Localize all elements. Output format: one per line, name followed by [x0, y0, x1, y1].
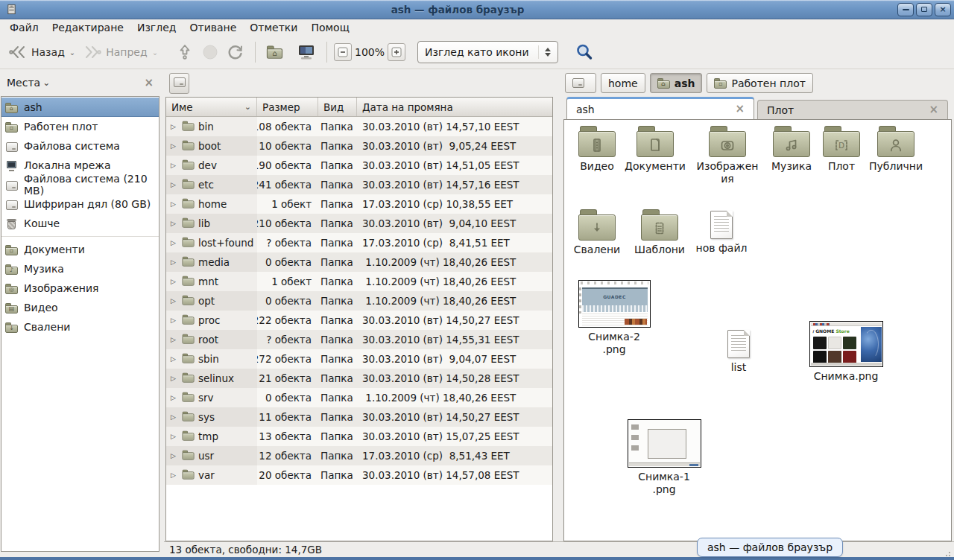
sidebar-item[interactable]: Шифриран дял (80 GB)	[1, 194, 159, 214]
icon-view-item[interactable]: GUADEC Снимка-2.png	[577, 280, 651, 356]
sidebar-item[interactable]: ↓ Свалени	[1, 317, 159, 337]
table-row[interactable]: ▷ lib 210 обекта Папка 30.03.2010 (вт) 9…	[166, 214, 552, 233]
location-button[interactable]	[169, 73, 189, 94]
expander-icon[interactable]: ▷	[168, 394, 178, 401]
search-button[interactable]	[572, 39, 597, 65]
tab[interactable]: ash ×	[566, 97, 754, 119]
chevron-down-icon[interactable]: ⌄	[152, 48, 158, 57]
sidebar-item[interactable]: ⌂ ash	[1, 98, 159, 117]
expander-icon[interactable]: ▷	[168, 162, 178, 169]
table-row[interactable]: ▷ tmp 13 обекта Папка 30.03.2010 (вт) 15…	[166, 427, 552, 446]
chevron-down-icon[interactable]: ⌄	[69, 48, 75, 57]
table-row[interactable]: ▷ mnt 1 обект Папка 1.10.2009 (чт) 18,40…	[166, 272, 552, 291]
home-button[interactable]: ⌂	[262, 43, 287, 61]
expander-icon[interactable]: ▷	[168, 297, 178, 305]
sidebar-item[interactable]: ◎ Изображения	[1, 279, 159, 298]
breadcrumb-button[interactable]	[565, 73, 596, 93]
icon-view-item[interactable]: Свалени	[563, 209, 631, 256]
column-header[interactable]: Име	[166, 98, 257, 116]
table-row[interactable]: ▷ proc 222 обекта Папка 30.03.2010 (вт) …	[166, 311, 552, 330]
sidebar-close-icon[interactable]: ×	[144, 76, 154, 89]
menu-item[interactable]: Отиване	[183, 20, 243, 35]
icon-view-item[interactable]: list	[704, 330, 773, 374]
fol-public-icon	[862, 126, 930, 157]
expander-icon[interactable]: ▷	[168, 142, 178, 150]
expander-icon[interactable]: ▷	[168, 375, 178, 382]
column-header[interactable]: Размер	[257, 98, 318, 116]
zoom-out-button[interactable]	[334, 43, 352, 61]
icon-view-item[interactable]: Снимка-1.png	[626, 419, 702, 496]
table-row[interactable]: ▷ srv 0 обекта Папка 1.10.2009 (чт) 18,4…	[166, 388, 552, 407]
icon-view-item[interactable]: Документи	[621, 126, 689, 173]
zoom-in-button[interactable]	[388, 43, 405, 61]
sidebar-item[interactable]: Файлова система (210 MB)	[1, 175, 159, 194]
icon-view-item[interactable]: 𝑖 GNOME Store Снимка.png	[808, 321, 884, 383]
breadcrumb-button[interactable]: ⌂ ash	[650, 73, 703, 93]
reload-button[interactable]	[223, 39, 248, 65]
table-row[interactable]: ▷ media 0 обекта Папка 1.10.2009 (чт) 18…	[166, 252, 552, 272]
close-button[interactable]: ×	[935, 3, 951, 16]
table-row[interactable]: ▷ sbin 272 обекта Папка 30.03.2010 (вт) …	[166, 349, 552, 369]
expander-icon[interactable]: ▷	[168, 336, 178, 343]
menu-item[interactable]: Помощ	[304, 20, 356, 35]
expander-icon[interactable]: ▷	[168, 413, 178, 421]
table-row[interactable]: ▷ boot 10 обекта Папка 30.03.2010 (вт) 9…	[166, 136, 552, 156]
table-row[interactable]: ▷ opt 0 обекта Папка 1.10.2009 (чт) 18,4…	[166, 291, 552, 311]
expander-icon[interactable]: ▷	[168, 433, 178, 440]
expander-icon[interactable]: ▷	[168, 258, 178, 266]
stop-button[interactable]	[198, 39, 223, 65]
icon-view-item[interactable]: Публични	[862, 126, 930, 173]
computer-button[interactable]	[293, 39, 320, 65]
expander-icon[interactable]: ▷	[168, 200, 178, 208]
chevron-down-icon[interactable]: ⌄	[42, 77, 50, 88]
table-row[interactable]: ▷ selinux 21 обекта Папка 30.03.2010 (вт…	[166, 369, 552, 388]
expander-icon[interactable]: ▷	[168, 239, 178, 246]
table-row[interactable]: ▷ var 20 обекта Папка 30.03.2010 (вт) 14…	[166, 465, 552, 485]
expander-icon[interactable]: ▷	[168, 123, 178, 130]
table-row[interactable]: ▷ bin 108 обекта Папка 30.03.2010 (вт) 1…	[166, 117, 552, 136]
table-row[interactable]: ▷ lost+found ? обекта Папка 17.03.2010 (…	[166, 233, 552, 252]
expander-icon[interactable]: ▷	[168, 452, 178, 459]
icon-view-item[interactable]: Шаблони	[625, 209, 694, 256]
expander-icon[interactable]: ▷	[168, 220, 178, 227]
expander-icon[interactable]: ▷	[168, 278, 178, 285]
sidebar-item[interactable]: ▫ Работен плот	[1, 117, 159, 136]
sidebar-item[interactable]: ▤ Видео	[1, 298, 159, 317]
sidebar-item[interactable]: ♪ Музика	[1, 259, 159, 279]
column-header[interactable]: Вид	[318, 98, 357, 116]
places-title[interactable]: Места	[7, 77, 40, 89]
table-row[interactable]: ▷ home 1 обект Папка 17.03.2010 (ср) 10,…	[166, 194, 552, 214]
resize-grip[interactable]	[949, 552, 950, 553]
menu-item[interactable]: Редактиране	[45, 20, 130, 35]
view-mode-select[interactable]: Изглед като икони	[417, 41, 558, 63]
maximize-button[interactable]	[916, 3, 932, 16]
sidebar-item[interactable]: Файлова система	[1, 136, 159, 156]
tab-close-icon[interactable]: ×	[735, 104, 745, 115]
table-row[interactable]: ▷ dev 190 обекта Папка 30.03.2010 (вт) 1…	[166, 156, 552, 175]
icon-view-item[interactable]: нов файл	[687, 211, 756, 255]
expander-icon[interactable]: ▷	[168, 355, 178, 363]
table-row[interactable]: ▷ root ? обекта Папка 30.03.2010 (вт) 14…	[166, 330, 552, 349]
minimize-button[interactable]	[897, 3, 914, 16]
tab-close-icon[interactable]: ×	[929, 104, 938, 115]
icon-view-item[interactable]: Изображения	[693, 126, 762, 185]
menu-item[interactable]: Изглед	[130, 20, 183, 35]
up-button[interactable]	[172, 39, 198, 65]
expander-icon[interactable]: ▷	[168, 471, 178, 479]
column-header[interactable]: Дата на промяна	[357, 98, 552, 116]
table-row[interactable]: ▷ etc 241 обекта Папка 30.03.2010 (вт) 1…	[166, 175, 552, 194]
titlebar[interactable]: ash — файлов браузър ×	[0, 0, 954, 19]
breadcrumb-button[interactable]: home	[601, 73, 645, 93]
forward-button[interactable]: Напред ⌄	[79, 40, 162, 64]
menu-item[interactable]: Файл	[3, 20, 45, 35]
expander-icon[interactable]: ▷	[168, 181, 178, 188]
breadcrumb-button[interactable]: ▫ Работен плот	[707, 73, 812, 93]
sidebar-item[interactable]: ▫ Документи	[1, 240, 159, 259]
expander-icon[interactable]: ▷	[168, 316, 178, 324]
table-row[interactable]: ▷ usr 12 обекта Папка 17.03.2010 (ср) 8,…	[166, 446, 552, 465]
table-row[interactable]: ▷ sys 11 обекта Папка 30.03.2010 (вт) 14…	[166, 407, 552, 427]
sidebar-item[interactable]: Кошче	[1, 214, 159, 233]
back-button[interactable]: Назад ⌄	[4, 40, 79, 64]
menu-item[interactable]: Отметки	[243, 20, 304, 35]
tab[interactable]: Плот ×	[757, 100, 948, 119]
